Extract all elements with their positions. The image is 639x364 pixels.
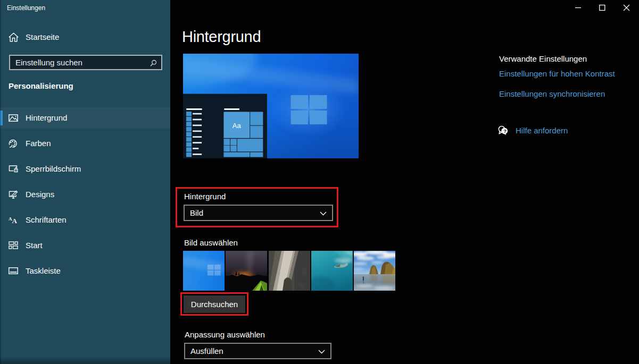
svg-text:Aa: Aa [233, 122, 242, 130]
svg-text:A: A [12, 217, 18, 225]
svg-text:?: ? [503, 128, 507, 134]
